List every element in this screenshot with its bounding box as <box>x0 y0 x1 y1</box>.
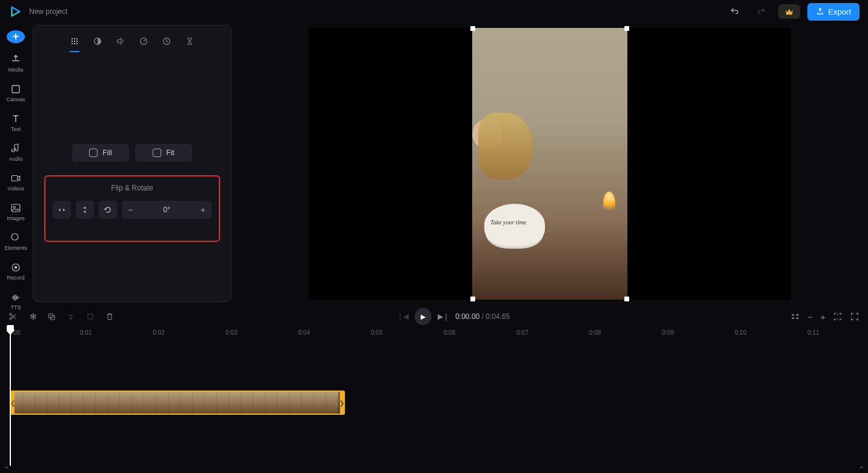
clip-handle-right[interactable]: ❯ <box>340 392 344 414</box>
zoom-in-button[interactable]: + <box>820 312 826 322</box>
clip-thumbnail <box>108 392 120 414</box>
fill-label: Fill <box>102 149 112 157</box>
svg-point-3 <box>13 206 15 208</box>
tab-adjust[interactable] <box>93 34 102 52</box>
timeline-playhead[interactable] <box>10 326 11 466</box>
clip-thumbnail <box>193 392 205 414</box>
fit-timeline-button[interactable] <box>790 312 800 321</box>
layer-down-button[interactable] <box>67 312 78 321</box>
sidebar-item-videos[interactable]: Videos <box>7 173 24 192</box>
video-content <box>478 113 533 179</box>
flip-vertical-button[interactable] <box>76 201 94 219</box>
split-button[interactable] <box>8 312 19 321</box>
clip-thumbnail <box>120 392 132 414</box>
sidebar-item-audio[interactable]: Audio <box>8 143 22 162</box>
timeline-tracks[interactable]: ❮ ❯ <box>0 340 868 467</box>
clip-thumbnail <box>72 392 84 414</box>
tab-hourglass[interactable] <box>185 34 195 52</box>
ruler-mark: 0:06 <box>444 329 455 336</box>
sidebar-label: Canvas <box>7 96 25 102</box>
svg-rect-2 <box>12 204 20 212</box>
selection-handle[interactable] <box>624 26 629 31</box>
properties-panel: Fill Fit Flip & Rotate − <box>33 25 232 302</box>
clip-thumbnail <box>229 392 241 414</box>
time-display: 0:00.00 / 0:04.65 <box>455 312 510 321</box>
timeline-toolbar: ✻ ❘◀ ▶ ▶❘ 0:00.00 / 0:04.65 − + <box>0 306 868 327</box>
tab-volume[interactable] <box>116 34 125 52</box>
prev-frame-button[interactable]: ❘◀ <box>397 312 409 321</box>
svg-point-8 <box>76 38 78 39</box>
svg-point-9 <box>72 41 73 42</box>
redo-button[interactable] <box>752 4 771 19</box>
clip-thumbnail <box>278 392 290 414</box>
fit-icon <box>153 149 161 157</box>
rotation-increase[interactable]: + <box>201 205 205 215</box>
sidebar-label: Images <box>7 215 25 221</box>
zoom-fit-button[interactable] <box>833 312 843 321</box>
clip-thumbnail <box>314 392 326 414</box>
fit-button[interactable]: Fit <box>135 144 192 162</box>
svg-point-5 <box>15 266 18 269</box>
export-button[interactable]: Export <box>807 3 860 21</box>
duplicate-button[interactable] <box>47 312 58 321</box>
video-content-text: Take your time <box>490 219 526 226</box>
sidebar-item-tts[interactable]: TTS <box>10 292 21 310</box>
sidebar-label: TTS <box>11 304 21 310</box>
clip-thumbnail <box>290 392 302 414</box>
fill-button[interactable]: Fill <box>72 144 129 162</box>
delete-button[interactable] <box>105 312 116 321</box>
timeline-ruler[interactable]: 0:00 0:01 0:02 0:03 0:04 0:05 0:06 0:07 … <box>0 327 868 340</box>
undo-button[interactable] <box>725 4 744 19</box>
add-button[interactable]: + <box>7 30 25 43</box>
app-logo[interactable] <box>8 5 22 18</box>
clip-thumbnail <box>326 392 338 414</box>
sidebar-item-record[interactable]: Record <box>7 262 24 281</box>
horizontal-scrollbar[interactable] <box>4 466 864 471</box>
ruler-mark: 0:02 <box>153 329 164 336</box>
flip-rotate-section: Flip & Rotate − 0° + <box>44 175 220 242</box>
ruler-mark: 0:07 <box>516 329 528 336</box>
clip-handle-left[interactable]: ❮ <box>11 392 15 414</box>
video-clip[interactable]: ❮ ❯ <box>10 391 345 415</box>
zoom-out-button[interactable]: − <box>807 312 813 322</box>
play-button[interactable]: ▶ <box>415 308 432 325</box>
ruler-mark: 0:08 <box>589 329 601 336</box>
sidebar-item-text[interactable]: Text <box>10 113 21 132</box>
tab-time[interactable] <box>162 34 172 52</box>
clip-thumbnail <box>132 392 144 414</box>
tab-speed[interactable] <box>139 34 149 52</box>
rotate-button[interactable] <box>99 201 117 219</box>
crop-button[interactable] <box>86 312 97 321</box>
svg-point-12 <box>72 43 73 44</box>
premium-button[interactable] <box>778 4 800 19</box>
ruler-mark: 0:03 <box>225 329 237 336</box>
ruler-mark: 0:10 <box>735 329 746 336</box>
next-frame-button[interactable]: ▶❘ <box>438 312 449 321</box>
sidebar-item-images[interactable]: Images <box>7 203 25 221</box>
video-frame[interactable]: Take your time <box>472 28 627 300</box>
sidebar-label: Elements <box>4 245 27 251</box>
selection-handle[interactable] <box>624 297 629 301</box>
selection-handle[interactable] <box>470 297 475 301</box>
rotation-value: 0° <box>163 206 170 214</box>
preview-canvas[interactable]: Take your time <box>309 28 791 300</box>
freeze-button[interactable]: ✻ <box>28 312 39 321</box>
clip-thumbnail <box>217 392 229 414</box>
clip-thumbnail <box>265 392 278 414</box>
sidebar-item-media[interactable]: Media <box>8 54 24 73</box>
sidebar-item-elements[interactable]: Elements <box>4 232 27 251</box>
sidebar-item-canvas[interactable]: Canvas <box>7 84 25 102</box>
flip-horizontal-button[interactable] <box>53 201 71 219</box>
svg-point-7 <box>74 38 75 39</box>
main-area: + Media Canvas Text Audio Videos Images … <box>0 23 868 302</box>
tab-transform[interactable] <box>70 34 79 52</box>
rotation-decrease[interactable]: − <box>128 205 133 215</box>
sidebar-label: Audio <box>8 156 22 162</box>
selection-handle[interactable] <box>470 26 475 31</box>
sidebar-label: Media <box>8 67 24 73</box>
svg-rect-22 <box>88 314 93 319</box>
project-title[interactable]: New project <box>29 7 67 16</box>
clip-thumbnail <box>144 392 156 414</box>
total-time: 0:04.65 <box>486 312 510 321</box>
fullscreen-button[interactable] <box>850 312 860 321</box>
